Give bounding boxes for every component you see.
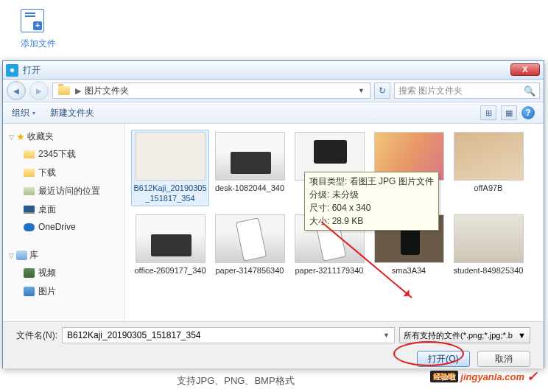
folder-icon [58, 86, 70, 95]
close-button[interactable]: X [510, 63, 540, 76]
file-item[interactable]: office-2609177_340 [131, 212, 209, 278]
file-name: student-849825340 [454, 265, 524, 276]
file-item[interactable]: B612Kaji_20190305_151817_354 [131, 130, 209, 206]
tooltip: 项目类型: 看图王 JPG 图片文件 分级: 未分级 尺寸: 604 x 340… [304, 172, 439, 231]
file-item[interactable]: offA97B [449, 130, 527, 206]
address-dropdown[interactable]: ▼ [354, 87, 368, 94]
file-thumbnail [215, 214, 285, 263]
dialog-icon: ☻ [6, 64, 18, 77]
organize-button[interactable]: 组织▾ [12, 107, 35, 119]
refresh-button[interactable]: ↻ [374, 83, 390, 99]
file-thumbnail [454, 132, 524, 181]
chevron-down-icon: ▽ [9, 133, 14, 141]
recent-icon [24, 187, 35, 195]
search-placeholder: 搜索 图片文件夹 [398, 85, 524, 97]
video-icon [24, 268, 35, 278]
sidebar-item-2345[interactable]: 2345下载 [7, 145, 120, 164]
sidebar-item-onedrive[interactable]: OneDrive [7, 219, 120, 235]
dialog-title: 打开 [23, 64, 41, 77]
file-name: paper-3211179340 [295, 265, 364, 276]
sidebar-item-desktop[interactable]: 桌面 [7, 200, 120, 219]
plus-badge: + [33, 21, 42, 30]
file-item[interactable]: student-849825340 [449, 212, 527, 278]
view-mode-button[interactable]: ⊞ [480, 105, 496, 120]
sidebar-libraries[interactable]: ▽ 库 [7, 247, 120, 264]
sidebar-item-pictures[interactable]: 图片 [7, 282, 120, 301]
preview-pane-button[interactable]: ▦ [501, 105, 517, 120]
file-thumbnail [136, 132, 206, 181]
folder-icon [24, 150, 35, 158]
chevron-down-icon: ▽ [9, 252, 14, 259]
sidebar: ▽ ★ 收藏夹 2345下载 下载 最近访问的位置 桌面 OneDrive ▽ … [3, 124, 125, 321]
cancel-button[interactable]: 取消 [477, 351, 530, 367]
crumb-sep: ▶ [74, 86, 82, 96]
file-thumbnail [215, 132, 285, 181]
file-name: paper-3147856340 [216, 265, 284, 276]
add-file-button[interactable]: + 添加文件 [21, 9, 527, 50]
address-bar[interactable]: ▶ 图片文件夹 ▼ [52, 83, 370, 99]
dialog-footer: 文件名(N): B612Kaji_20190305_151817_354▼ 所有… [3, 321, 544, 368]
dialog-titlebar[interactable]: ☻ 打开 X [3, 61, 544, 80]
toolbar: 组织▾ 新建文件夹 ⊞ ▦ ? [3, 102, 544, 124]
new-folder-button[interactable]: 新建文件夹 [50, 107, 94, 119]
sidebar-favorites[interactable]: ▽ ★ 收藏夹 [7, 128, 120, 145]
dialog-body: ▽ ★ 收藏夹 2345下载 下载 最近访问的位置 桌面 OneDrive ▽ … [3, 124, 544, 321]
back-button[interactable]: ◄ [7, 81, 26, 100]
format-hint: 支持JPG、PNG、BMP格式 [177, 374, 295, 388]
library-icon [16, 251, 27, 260]
picture-icon [24, 287, 35, 296]
file-name: sma3A34 [392, 265, 426, 276]
sidebar-item-videos[interactable]: 视频 [7, 264, 120, 282]
file-item[interactable]: desk-1082044_340 [211, 130, 289, 206]
file-name: offA97B [474, 183, 503, 193]
help-button[interactable]: ? [521, 106, 535, 119]
search-icon[interactable]: 🔍 [524, 85, 535, 97]
filetype-select[interactable]: 所有支持的文件(*.png;*.jpg;*.b▼ [399, 327, 530, 343]
add-file-label: 添加文件 [21, 38, 56, 50]
filename-label: 文件名(N): [16, 329, 57, 342]
onedrive-icon [24, 223, 35, 231]
open-button[interactable]: 打开(O) [417, 351, 470, 367]
file-thumbnail [136, 214, 206, 263]
desktop-icon [24, 206, 35, 214]
breadcrumb[interactable]: 图片文件夹 [82, 85, 131, 97]
nav-bar: ◄ ► ▶ 图片文件夹 ▼ ↻ 搜索 图片文件夹 🔍 [3, 80, 544, 102]
folder-icon [24, 169, 35, 177]
open-file-dialog: ☻ 打开 X ◄ ► ▶ 图片文件夹 ▼ ↻ 搜索 图片文件夹 🔍 组织▾ 新建… [2, 60, 544, 368]
file-name: B612Kaji_20190305_151817_354 [133, 183, 207, 204]
sidebar-item-downloads[interactable]: 下载 [7, 164, 120, 182]
file-thumbnail [454, 214, 524, 263]
forward-button[interactable]: ► [29, 81, 49, 100]
file-grid[interactable]: B612Kaji_20190305_151817_354desk-1082044… [125, 124, 544, 321]
search-input[interactable]: 搜索 图片文件夹 🔍 [394, 83, 540, 99]
sidebar-item-recent[interactable]: 最近访问的位置 [7, 182, 120, 200]
file-item[interactable]: paper-3147856340 [211, 212, 289, 278]
file-name: desk-1082044_340 [215, 183, 284, 193]
add-file-icon: + [21, 9, 44, 32]
watermark: 经验啦 jingyanla.com ✓ [430, 368, 538, 385]
filename-input[interactable]: B612Kaji_20190305_151817_354▼ [62, 327, 395, 343]
file-name: office-2609177_340 [134, 265, 206, 276]
star-icon: ★ [16, 131, 25, 142]
